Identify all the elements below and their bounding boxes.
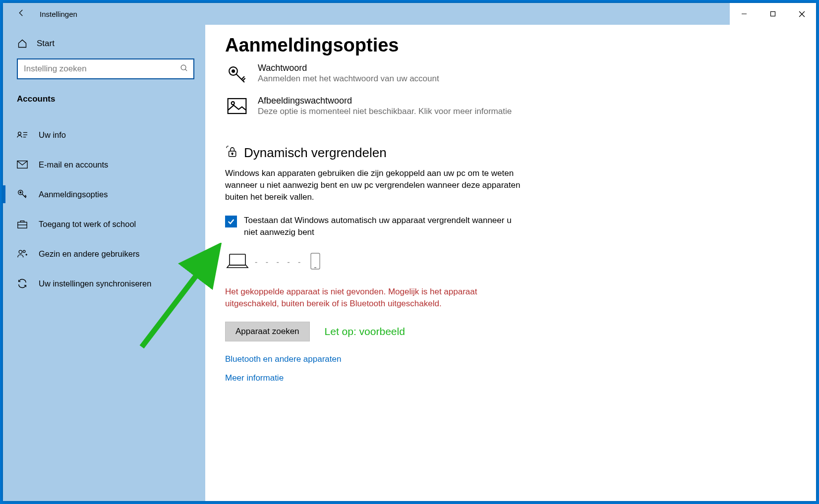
section-description: Windows kan apparaten gebruiken die zijn… bbox=[225, 168, 527, 203]
main-content: Aanmeldingsopties Wachtwoord Aanmelden m… bbox=[205, 25, 816, 501]
search-icon bbox=[180, 64, 188, 74]
checkbox-label: Toestaan dat Windows automatisch uw appa… bbox=[244, 215, 513, 238]
minimize-button[interactable] bbox=[730, 3, 759, 25]
home-label: Start bbox=[37, 39, 55, 49]
key-icon bbox=[17, 189, 28, 200]
svg-point-16 bbox=[23, 250, 25, 253]
page-title: Aanmeldingsopties bbox=[225, 35, 796, 56]
laptop-icon bbox=[226, 253, 249, 272]
sidebar-item-signin-options[interactable]: Aanmeldingsopties bbox=[3, 179, 205, 209]
search-box[interactable] bbox=[17, 58, 194, 79]
svg-rect-26 bbox=[230, 254, 245, 265]
home-button[interactable]: Start bbox=[3, 35, 205, 58]
key-icon bbox=[225, 63, 249, 85]
dynamic-lock-icon bbox=[225, 145, 238, 160]
option-title: Wachtwoord bbox=[258, 63, 439, 73]
sidebar-item-your-info[interactable]: Uw info bbox=[3, 120, 205, 150]
svg-point-22 bbox=[232, 102, 234, 105]
dynamic-lock-header: Dynamisch vergrendelen bbox=[225, 145, 796, 161]
sidebar: Start Accounts Uw info bbox=[3, 25, 205, 501]
device-diagram: - - - - - bbox=[225, 252, 796, 272]
connection-dashes: - - - - - bbox=[255, 258, 303, 267]
sidebar-item-label: Aanmeldingsopties bbox=[39, 190, 108, 199]
person-card-icon bbox=[17, 130, 28, 140]
sidebar-item-sync[interactable]: Uw instellingen synchroniseren bbox=[3, 269, 205, 298]
bluetooth-link[interactable]: Bluetooth en andere apparaten bbox=[225, 354, 796, 364]
option-desc: Deze optie is momenteel niet beschikbaar… bbox=[258, 106, 512, 117]
svg-point-4 bbox=[181, 65, 186, 70]
svg-point-15 bbox=[19, 250, 22, 253]
option-desc: Aanmelden met het wachtwoord van uw acco… bbox=[258, 73, 439, 85]
window-title: Instellingen bbox=[40, 10, 77, 18]
svg-point-12 bbox=[20, 192, 21, 193]
svg-rect-21 bbox=[228, 99, 246, 113]
section-heading: Dynamisch vergrendelen bbox=[244, 145, 387, 161]
svg-point-6 bbox=[18, 132, 21, 135]
phone-icon bbox=[309, 252, 321, 272]
sidebar-item-label: E-mail en accounts bbox=[39, 160, 108, 169]
mail-icon bbox=[17, 160, 28, 169]
titlebar: Instellingen bbox=[3, 3, 816, 25]
error-message: Het gekoppelde apparaat is niet gevonden… bbox=[225, 286, 527, 310]
svg-line-5 bbox=[185, 69, 187, 71]
dynamic-lock-checkbox-row[interactable]: Toestaan dat Windows automatisch uw appa… bbox=[225, 215, 513, 238]
image-icon bbox=[225, 96, 249, 117]
sidebar-item-label: Uw info bbox=[39, 130, 66, 140]
svg-rect-1 bbox=[771, 12, 775, 16]
people-plus-icon bbox=[17, 249, 28, 259]
briefcase-icon bbox=[17, 219, 28, 229]
home-icon bbox=[17, 39, 28, 49]
sidebar-item-family[interactable]: Gezin en andere gebruikers bbox=[3, 239, 205, 269]
window-controls bbox=[730, 3, 816, 25]
checkbox[interactable] bbox=[225, 216, 237, 227]
sidebar-item-label: Uw instellingen synchroniseren bbox=[39, 279, 151, 288]
option-password[interactable]: Wachtwoord Aanmelden met het wachtwoord … bbox=[225, 59, 547, 92]
maximize-button[interactable] bbox=[759, 3, 787, 25]
svg-point-20 bbox=[232, 70, 234, 72]
back-button[interactable] bbox=[17, 8, 26, 20]
sync-icon bbox=[17, 278, 28, 289]
option-picture-password[interactable]: Afbeeldingswachtwoord Deze optie is mome… bbox=[225, 92, 547, 124]
find-device-button[interactable]: Apparaat zoeken bbox=[225, 322, 310, 341]
settings-window: Instellingen Start bbox=[3, 3, 816, 501]
search-input[interactable] bbox=[24, 64, 180, 74]
svg-point-24 bbox=[232, 153, 233, 155]
option-title: Afbeeldingswachtwoord bbox=[258, 96, 512, 106]
sidebar-item-label: Toegang tot werk of school bbox=[39, 220, 136, 229]
close-button[interactable] bbox=[787, 3, 816, 25]
svg-rect-27 bbox=[311, 253, 320, 269]
sidebar-item-work-school[interactable]: Toegang tot werk of school bbox=[3, 209, 205, 239]
sidebar-item-email[interactable]: E-mail en accounts bbox=[3, 150, 205, 179]
annotation-note: Let op: voorbeeld bbox=[325, 326, 405, 337]
category-label: Accounts bbox=[3, 88, 205, 113]
sidebar-item-label: Gezin en andere gebruikers bbox=[39, 249, 140, 259]
more-info-link[interactable]: Meer informatie bbox=[225, 373, 796, 383]
